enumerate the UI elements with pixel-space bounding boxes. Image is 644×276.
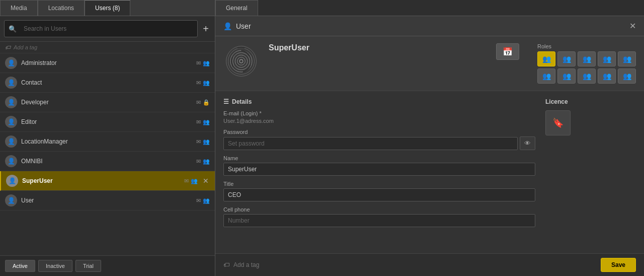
user-name: Editor [21, 118, 192, 125]
name-field-group: Name [223, 155, 535, 176]
user-name: Contact [21, 79, 192, 86]
email-value: User.1@adress.com [223, 118, 535, 124]
email-field-group: E-mail (Login) * User.1@adress.com [223, 110, 535, 124]
email-icon: ✉ [196, 139, 201, 145]
licence-section-title: Licence [545, 98, 636, 105]
role-button-10[interactable]: 👥 [618, 68, 636, 84]
group-icon: 👥 [203, 119, 210, 125]
cellphone-field-group: Cell phone [223, 206, 535, 227]
user-icons: ✉ 👥 [196, 119, 210, 125]
close-panel-button[interactable]: ✕ [629, 21, 636, 31]
email-icon: ✉ [196, 80, 201, 86]
list-item[interactable]: 👤 LocationManager ✉ 👥 [0, 132, 215, 152]
right-panel: General 👤 User ✕ [215, 0, 644, 276]
list-item[interactable]: 👤 OMNIBI ✉ 👥 [0, 152, 215, 171]
email-icon: ✉ [196, 119, 201, 125]
avatar: 👤 [5, 135, 17, 148]
user-icons: ✉ 👥 [196, 80, 210, 86]
user-icons: ✉ 👥 [196, 197, 210, 204]
remove-user-button[interactable]: ✕ [202, 177, 210, 185]
toggle-password-button[interactable]: 👁 [520, 136, 535, 150]
tabs-bar: Media Locations Users (8) [0, 0, 215, 16]
details-section: ☰ Details E-mail (Login) * User.1@adress… [215, 91, 644, 253]
inactive-status-button[interactable]: Inactive [38, 260, 72, 272]
role-button-2[interactable]: 👥 [557, 51, 576, 66]
user-name: SuperUser [22, 177, 180, 184]
user-name: LocationManager [21, 138, 192, 145]
avatar: 👤 [5, 96, 17, 108]
group-icon: 👥 [203, 80, 210, 86]
licence-button[interactable]: 🔖 [545, 110, 571, 135]
title-input[interactable] [223, 188, 535, 201]
avatar: 👤 [5, 57, 17, 69]
tab-media[interactable]: Media [0, 0, 38, 16]
trial-status-button[interactable]: Trial [75, 260, 101, 272]
role-button-3[interactable]: 👥 [578, 51, 596, 66]
status-buttons: Active Inactive Trial [0, 255, 215, 276]
active-status-button[interactable]: Active [5, 260, 35, 272]
email-label: E-mail (Login) * [223, 110, 535, 116]
user-detail-top: SuperUser 📅 Roles 👥 👥 👥 👥 👥 👥 👥 👥 👥 👥 [215, 36, 644, 91]
svg-point-2 [235, 55, 248, 67]
role-button-4[interactable]: 👥 [598, 51, 616, 66]
save-button[interactable]: Save [601, 258, 636, 272]
name-input[interactable] [223, 163, 535, 176]
role-button-7[interactable]: 👥 [557, 68, 576, 84]
svg-point-0 [239, 59, 243, 63]
email-icon: ✉ [184, 178, 189, 184]
group-icon: 👥 [203, 158, 210, 165]
user-icons: ✉ 👥 [196, 139, 210, 145]
group-icon: 👥 [203, 139, 210, 145]
panel-title: User [236, 22, 625, 30]
panel-footer: 🏷 Save [215, 253, 644, 276]
roles-grid: 👥 👥 👥 👥 👥 👥 👥 👥 👥 👥 [537, 51, 636, 84]
list-item-selected[interactable]: 👤 SuperUser ✉ 👥 ✕ [0, 171, 215, 191]
role-button-1[interactable]: 👥 [537, 51, 555, 66]
user-icons: ✉ 👥 [196, 158, 210, 165]
search-input[interactable] [20, 23, 193, 35]
avatar: 👤 [6, 175, 18, 187]
footer-tag-input[interactable] [233, 261, 597, 268]
list-item[interactable]: 👤 User ✉ 👥 [0, 191, 215, 211]
list-item[interactable]: 👤 Developer ✉ 🔒 [0, 93, 215, 112]
list-item[interactable]: 👤 Contact ✉ 👥 [0, 73, 215, 93]
calendar-button[interactable]: 📅 [496, 43, 519, 60]
user-icons: ✉ 👥 [196, 60, 210, 66]
details-right: Licence 🔖 [545, 98, 636, 246]
role-button-8[interactable]: 👥 [578, 68, 596, 84]
user-icons: ✉ 👥 [184, 178, 198, 184]
group-icon: 👥 [203, 197, 210, 204]
svg-point-1 [237, 57, 245, 65]
roles-label: Roles [537, 43, 636, 49]
group-icon: 👥 [191, 178, 198, 184]
tab-general[interactable]: General [215, 0, 258, 16]
role-button-5[interactable]: 👥 [618, 51, 636, 66]
group-icon: 👥 [203, 60, 210, 66]
cellphone-input[interactable] [223, 214, 535, 227]
search-bar: 🔍 + [0, 16, 215, 42]
password-label: Password [223, 129, 535, 135]
details-left: ☰ Details E-mail (Login) * User.1@adress… [223, 98, 535, 246]
details-section-title: ☰ Details [223, 98, 535, 105]
person-icon: 🔒 [203, 99, 210, 106]
calendar-section: 📅 [496, 43, 519, 60]
avatar: 👤 [5, 194, 17, 206]
email-icon: ✉ [196, 158, 201, 165]
tab-users[interactable]: Users (8) [85, 0, 130, 16]
svg-point-3 [232, 52, 250, 70]
tag-icon: 🏷 [5, 44, 11, 50]
email-icon: ✉ [196, 60, 201, 66]
tab-locations[interactable]: Locations [38, 0, 85, 16]
list-item[interactable]: 👤 Administrator ✉ 👥 [0, 53, 215, 73]
role-button-9[interactable]: 👥 [598, 68, 616, 84]
detail-username: SuperUser [269, 43, 478, 52]
left-panel: Media Locations Users (8) 🔍 + 🏷 Add a ta… [0, 0, 215, 276]
role-button-6[interactable]: 👥 [537, 68, 555, 84]
list-item[interactable]: 👤 Editor ✉ 👥 [0, 112, 215, 132]
avatar: 👤 [5, 116, 17, 128]
search-input-wrap: 🔍 [4, 20, 198, 37]
fingerprint-image [223, 43, 259, 79]
password-input[interactable] [223, 137, 518, 150]
add-user-button[interactable]: + [201, 23, 211, 35]
tag-row: 🏷 Add a tag [0, 42, 215, 53]
